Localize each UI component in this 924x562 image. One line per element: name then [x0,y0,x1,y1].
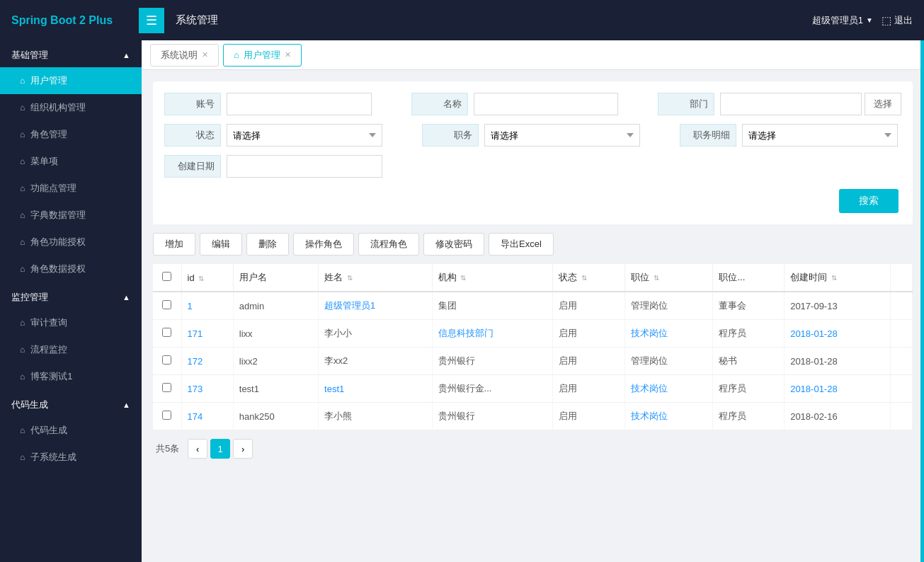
search-button[interactable]: 搜索 [839,189,899,213]
home-icon-function: ⌂ [20,183,25,193]
dept-choose-button[interactable]: 选择 [865,93,901,115]
cell-position[interactable]: 技术岗位 [625,320,713,348]
cell-realname[interactable]: test1 [319,375,433,403]
th-status[interactable]: 状态 ⇅ [553,264,625,292]
realname-link[interactable]: test1 [324,384,344,394]
name-input[interactable] [474,93,619,115]
id-link[interactable]: 1 [188,301,193,311]
sidebar-item-org-mgmt[interactable]: ⌂ 组织机构管理 [0,94,142,121]
id-link[interactable]: 173 [188,384,203,394]
position-link[interactable]: 技术岗位 [631,383,668,394]
tab-system-intro-close[interactable]: ✕ [202,50,208,59]
sidebar-item-dict-mgmt-label: 字典数据管理 [30,209,86,222]
job-select[interactable]: 请选择 [484,124,640,147]
realname-link[interactable]: 超级管理员1 [324,300,375,311]
cell-id[interactable]: 173 [181,375,233,403]
sidebar-section-basic-label: 基础管理 [11,49,48,62]
sidebar-item-role-mgmt[interactable]: ⌂ 角色管理 [0,121,142,148]
sidebar-item-process-monitor[interactable]: ⌂ 流程监控 [0,336,142,363]
nav-breadcrumb: 系统管理 [176,13,218,27]
cell-username: hank250 [233,403,318,430]
date-input[interactable] [227,155,382,178]
sidebar-item-role-func-auth-label: 角色功能授权 [30,236,86,248]
row-checkbox[interactable] [162,355,171,365]
dept-input[interactable] [720,93,862,115]
th-create-time[interactable]: 创建时间 ⇅ [785,264,891,292]
sidebar-item-blog-test[interactable]: ⌂ 博客测试1 [0,363,142,390]
export-excel-button[interactable]: 导出Excel [489,233,554,256]
sidebar-section-monitor[interactable]: 监控管理 ▲ [0,282,142,309]
row-checkbox-cell [153,320,181,348]
cell-create-time[interactable]: 2018-01-28 [785,375,891,403]
account-input[interactable] [227,93,372,115]
sidebar-section-codegen[interactable]: 代码生成 ▲ [0,390,142,417]
th-id[interactable]: id ⇅ [181,264,233,292]
create-time-link[interactable]: 2018-01-28 [790,384,838,394]
edit-button[interactable]: 编辑 [200,233,242,256]
next-page-button[interactable]: › [233,439,253,459]
cell-position[interactable]: 技术岗位 [625,375,713,403]
cell-id[interactable]: 171 [181,320,233,348]
id-link[interactable]: 171 [188,328,203,339]
cell-org[interactable]: 信息科技部门 [432,320,553,348]
sidebar-item-blog-test-label: 博客测试1 [30,370,72,383]
cell-position[interactable]: 技术岗位 [625,403,713,430]
change-password-button[interactable]: 修改密码 [423,233,484,256]
tab-user-mgmt-close[interactable]: ✕ [285,50,291,59]
sidebar-item-codegen[interactable]: ⌂ 代码生成 [0,417,142,444]
cell-id[interactable]: 174 [181,403,233,430]
th-position[interactable]: 职位 ⇅ [625,264,713,292]
sidebar-item-function-mgmt[interactable]: ⌂ 功能点管理 [0,175,142,202]
page-1-button[interactable]: 1 [210,439,230,459]
position-link[interactable]: 技术岗位 [631,411,668,421]
home-icon-codegen: ⌂ [20,425,25,435]
cell-id[interactable]: 1 [181,292,233,320]
operate-role-button[interactable]: 操作角色 [293,233,354,256]
sidebar-item-role-func-auth[interactable]: ⌂ 角色功能授权 [0,229,142,256]
menu-toggle-button[interactable]: ☰ [139,8,164,33]
cell-create-time[interactable]: 2018-01-28 [785,320,891,348]
th-org[interactable]: 机构 ⇅ [432,264,553,292]
process-role-button[interactable]: 流程角色 [358,233,419,256]
cell-username: lixx [233,320,318,348]
sidebar-item-subsystem-gen[interactable]: ⌂ 子系统生成 [0,444,142,471]
cell-org: 贵州银行金... [432,375,553,403]
position-link[interactable]: 技术岗位 [631,328,668,338]
prev-page-button[interactable]: ‹ [188,439,207,459]
row-checkbox[interactable] [162,328,171,337]
id-link[interactable]: 172 [188,356,203,367]
add-button[interactable]: 增加 [153,233,195,256]
th-checkbox [153,264,181,292]
status-select[interactable]: 请选择 启用 禁用 [227,124,382,147]
cell-realname[interactable]: 超级管理员1 [319,292,433,320]
cell-create-time: 2018-01-28 [785,348,891,375]
tab-user-mgmt[interactable]: ⌂ 用户管理 ✕ [223,44,302,67]
sidebar-item-role-data-auth[interactable]: ⌂ 角色数据授权 [0,256,142,282]
sidebar-item-audit[interactable]: ⌂ 审计查询 [0,309,142,336]
id-link[interactable]: 174 [188,411,203,422]
org-link[interactable]: 信息科技部门 [438,328,494,338]
th-realname[interactable]: 姓名 ⇅ [319,264,433,292]
delete-button[interactable]: 删除 [246,233,289,256]
tab-system-intro[interactable]: 系统说明 ✕ [150,44,219,67]
sidebar-item-user-mgmt[interactable]: ⌂ 用户管理 [0,67,142,94]
cell-username: lixx2 [233,348,318,375]
data-table: id ⇅ 用户名 姓名 ⇅ 机构 ⇅ 状态 ⇅ 职位 ⇅ 职位... 创建时间 … [153,264,913,430]
create-time-link[interactable]: 2018-01-28 [790,328,838,339]
row-checkbox[interactable] [162,411,171,420]
sidebar-item-dict-mgmt[interactable]: ⌂ 字典数据管理 [0,202,142,229]
row-checkbox[interactable] [162,383,171,392]
sidebar-section-basic[interactable]: 基础管理 ▲ [0,40,142,67]
top-right-area: 超级管理员1 ▼ ⬚ 退出 [812,14,913,27]
sidebar-item-menu[interactable]: ⌂ 菜单项 [0,148,142,175]
sidebar-item-audit-label: 审计查询 [30,316,67,329]
home-icon-menu: ⌂ [20,156,25,166]
cell-id[interactable]: 172 [181,348,233,375]
logout-button[interactable]: ⬚ 退出 [882,14,913,27]
user-menu[interactable]: 超级管理员1 ▼ [812,14,873,27]
cell-status: 启用 [553,320,625,348]
select-all-checkbox[interactable] [162,272,171,281]
job-detail-select[interactable]: 请选择 [742,124,898,147]
row-checkbox[interactable] [162,300,171,309]
sidebar: 基础管理 ▲ ⌂ 用户管理 ⌂ 组织机构管理 ⌂ 角色管理 ⌂ 菜单项 ⌂ 功能… [0,40,142,562]
